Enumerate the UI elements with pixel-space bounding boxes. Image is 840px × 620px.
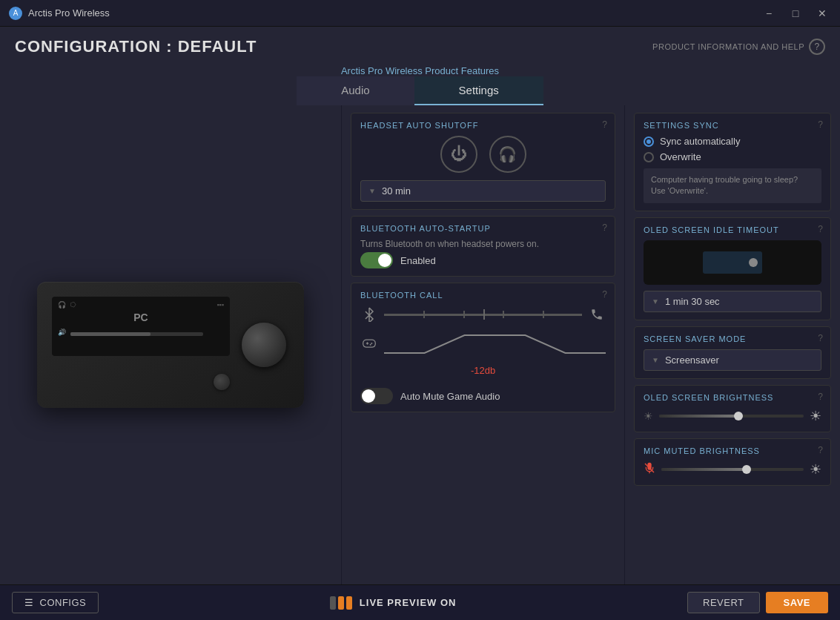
live-dot-1 <box>330 596 336 610</box>
screen-saver-help[interactable]: ? <box>818 333 823 343</box>
auto-mute-toggle-row: Auto Mute Game Audio <box>360 388 606 404</box>
brightness-dim-icon: ☀ <box>644 410 653 422</box>
bluetooth-toggle-row: Enabled <box>360 252 606 268</box>
device-knob[interactable] <box>242 323 286 367</box>
auto-mute-toggle[interactable] <box>360 388 393 404</box>
bt-game-slider-row <box>360 332 606 354</box>
tabs-section: Arctis Pro Wireless Product Features Aud… <box>0 62 840 105</box>
sync-auto-radio[interactable] <box>644 136 654 147</box>
oled-brightness-handle[interactable] <box>734 412 743 421</box>
device-volume-bar <box>70 332 203 336</box>
oled-dot <box>749 258 758 267</box>
bluetooth-call-title: BLUETOOTH CALL <box>360 291 606 300</box>
mic-muted-brightness-handle[interactable] <box>742 465 751 474</box>
mic-muted-brightness-section: MIC MUTED BRIGHTNESS ? <box>634 438 831 486</box>
svg-point-2 <box>371 343 372 344</box>
mic-muted-icon <box>644 461 655 477</box>
live-dot-3 <box>346 596 352 610</box>
screensaver-value: Screensaver <box>665 354 719 366</box>
bt-phone-slider-track[interactable] <box>384 314 582 316</box>
oled-brightness-slider[interactable] <box>659 415 804 418</box>
overwrite-radio[interactable] <box>644 152 654 162</box>
oled-brightness-help[interactable]: ? <box>818 392 823 402</box>
device-screen-top: 🎧 ⭔ ▪▪▪ <box>58 301 224 309</box>
settings-sync-title: SETTINGS SYNC <box>644 121 821 130</box>
titlebar-controls: − □ ✕ <box>757 3 834 24</box>
tabs: Audio Settings <box>0 76 840 105</box>
mic-muted-bright-icon: ☀ <box>810 461 821 478</box>
oled-timeout-dropdown[interactable]: ▼ 1 min 30 sec <box>644 291 821 312</box>
bottom-bar: ☰ CONFIGS LIVE PREVIEW ON REVERT SAVE <box>0 584 840 620</box>
action-buttons: REVERT SAVE <box>687 592 828 613</box>
bluetooth-auto-startup-section: BLUETOOTH AUTO-STARTUP ? Turns Bluetooth… <box>351 216 615 277</box>
live-preview: LIVE PREVIEW ON <box>330 596 457 610</box>
mic-muted-brightness-title: MIC MUTED BRIGHTNESS <box>644 446 821 455</box>
oled-idle-timeout-section: OLED SCREEN IDLE TIMEOUT ? ▼ 1 min 30 se… <box>634 217 831 320</box>
bluetooth-call-help[interactable]: ? <box>602 289 607 300</box>
tab-settings[interactable]: Settings <box>414 76 543 105</box>
config-title: CONFIGURATION : DEFAULT <box>15 37 257 56</box>
screensaver-dropdown[interactable]: ▼ Screensaver <box>644 349 821 371</box>
device-pc-label: PC <box>58 311 224 323</box>
bluetooth-auto-startup-title: BLUETOOTH AUTO-STARTUP <box>360 224 606 233</box>
mic-muted-brightness-slider[interactable] <box>661 468 804 471</box>
bt-sliders: -12db Auto Mute Game Audio <box>360 306 606 404</box>
game-audio-shape <box>384 332 606 354</box>
screensaver-arrow: ▼ <box>652 356 659 364</box>
settings-sync-help[interactable]: ? <box>818 119 823 130</box>
shutoff-dropdown[interactable]: ▼ 30 min <box>360 180 606 202</box>
configs-button[interactable]: ☰ CONFIGS <box>12 592 99 613</box>
oled-inner <box>703 251 762 274</box>
oled-brightness-fill <box>659 415 738 418</box>
mic-muted-brightness-help[interactable]: ? <box>818 445 823 455</box>
device-volume-fill <box>70 332 151 336</box>
minimize-button[interactable]: − <box>757 3 781 24</box>
center-tick <box>483 309 485 320</box>
shutoff-icons: ⏻ 🎧 <box>360 136 606 173</box>
headset-auto-shutoff-help[interactable]: ? <box>602 119 607 130</box>
titlebar-title: Arctis Pro Wireless <box>28 7 110 19</box>
oled-brightness-section: OLED SCREEN BRIGHTNESS ? ☀ ☀ <box>634 385 831 432</box>
shutoff-dropdown-value: 30 min <box>382 185 411 197</box>
live-dot-2 <box>338 596 344 610</box>
power-icon-circle: ⏻ <box>440 136 477 173</box>
app: CONFIGURATION : DEFAULT PRODUCT INFORMAT… <box>0 27 840 620</box>
mic-muted-brightness-fill <box>661 468 747 471</box>
bt-phone-slider-row <box>360 306 606 323</box>
tick2 <box>463 311 465 318</box>
tick1 <box>423 311 425 318</box>
headset-icon: 🎧 <box>498 145 517 163</box>
product-info-label: PRODUCT INFORMATION AND HELP <box>652 42 804 51</box>
brightness-bright-icon: ☀ <box>810 408 821 424</box>
sync-auto-option[interactable]: Sync automatically <box>644 136 821 147</box>
overwrite-label: Overwrite <box>660 151 701 162</box>
oled-timeout-arrow: ▼ <box>652 297 659 306</box>
settings-sync-radio-group: Sync automatically Overwrite <box>644 136 821 162</box>
overwrite-option[interactable]: Overwrite <box>644 151 821 162</box>
headset-auto-shutoff-title: HEADSET AUTO SHUTOFF <box>360 121 606 130</box>
save-button[interactable]: SAVE <box>766 592 828 613</box>
tick3 <box>503 311 504 318</box>
oled-timeout-value: 1 min 30 sec <box>665 296 720 307</box>
content: Arctis Pro Wireless Product Features Aud… <box>0 62 840 584</box>
close-button[interactable]: ✕ <box>810 3 834 24</box>
bluetooth-auto-startup-desc: Turns Bluetooth on when headset powers o… <box>360 239 606 249</box>
bluetooth-small-icon <box>360 306 378 323</box>
revert-button[interactable]: REVERT <box>687 592 760 613</box>
tab-audio[interactable]: Audio <box>297 76 414 105</box>
sync-hint: Computer having trouble going to sleep? … <box>644 168 821 203</box>
device-small-button[interactable] <box>214 374 230 390</box>
product-info-link[interactable]: PRODUCT INFORMATION AND HELP ? <box>652 39 825 55</box>
oled-idle-timeout-help[interactable]: ? <box>818 224 823 234</box>
bluetooth-auto-startup-help[interactable]: ? <box>602 222 607 233</box>
device-screen: 🎧 ⭔ ▪▪▪ PC 🔊 <box>52 297 230 356</box>
headphone-icon: 🎧 <box>58 301 66 309</box>
volume-icon: 🔊 <box>58 329 66 336</box>
power-icon: ⏻ <box>451 145 467 164</box>
bluetooth-toggle[interactable] <box>360 252 393 268</box>
device-image: 🎧 ⭔ ▪▪▪ PC 🔊 <box>37 282 304 408</box>
auto-mute-label: Auto Mute Game Audio <box>400 391 500 402</box>
maximize-button[interactable]: □ <box>784 3 807 24</box>
bluetooth-toggle-label: Enabled <box>400 255 436 266</box>
live-preview-dots <box>330 596 352 610</box>
